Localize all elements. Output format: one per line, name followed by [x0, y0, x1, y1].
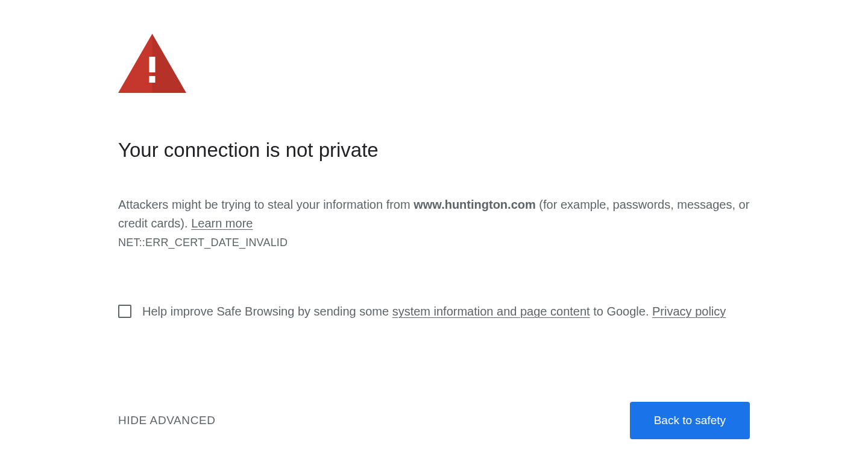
- hide-advanced-button[interactable]: HIDE ADVANCED: [118, 414, 216, 427]
- learn-more-link[interactable]: Learn more: [191, 217, 253, 230]
- optin-text: Help improve Safe Browsing by sending so…: [142, 302, 726, 321]
- body-before-host: Attackers might be trying to steal your …: [118, 198, 414, 211]
- warning-body: Attackers might be trying to steal your …: [118, 195, 750, 233]
- nav-row: HIDE ADVANCED Back to safety: [118, 402, 750, 439]
- back-to-safety-button[interactable]: Back to safety: [630, 402, 750, 439]
- error-code: NET::ERR_CERT_DATE_INVALID: [118, 237, 750, 249]
- optin-before-link: Help improve Safe Browsing by sending so…: [142, 305, 392, 318]
- system-info-link[interactable]: system information and page content: [392, 305, 590, 318]
- optin-checkbox[interactable]: [118, 305, 131, 318]
- svg-marker-2: [153, 34, 187, 93]
- safe-browsing-optin: Help improve Safe Browsing by sending so…: [118, 302, 750, 321]
- ssl-warning-interstitial: Your connection is not private Attackers…: [118, 0, 750, 439]
- svg-rect-4: [149, 76, 156, 83]
- warning-triangle-icon: [118, 34, 186, 93]
- warning-heading: Your connection is not private: [118, 139, 750, 162]
- privacy-policy-link[interactable]: Privacy policy: [652, 305, 726, 318]
- host-name: www.huntington.com: [414, 198, 536, 211]
- svg-rect-3: [149, 57, 156, 72]
- optin-after-link: to Google.: [590, 305, 652, 318]
